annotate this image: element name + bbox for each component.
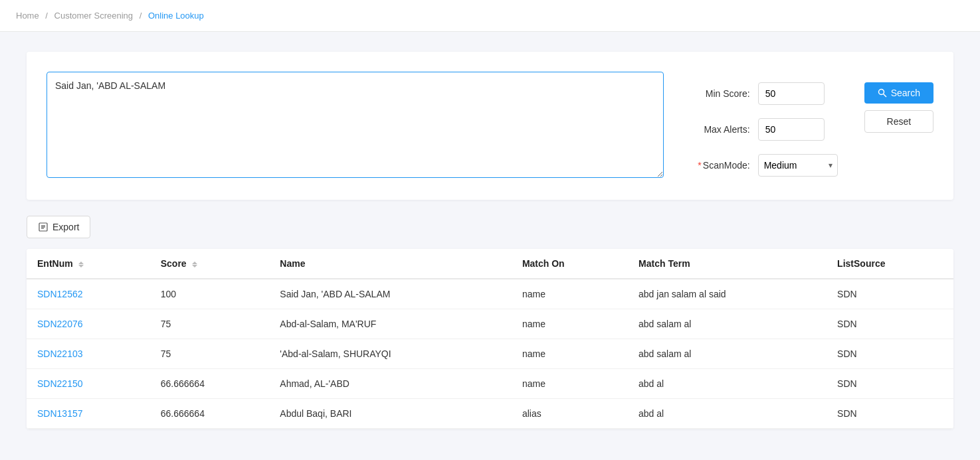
cell-list-source: SDN [827, 399, 953, 429]
cell-name: Abd-al-Salam, MA'RUF [269, 309, 512, 339]
col-score[interactable]: Score [150, 249, 270, 279]
cell-match-term: abd al [628, 399, 827, 429]
cell-list-source: SDN [827, 309, 953, 339]
col-match-term: Match Term [628, 249, 827, 279]
ent-num-link[interactable]: SDN22150 [37, 378, 83, 389]
cell-score: 75 [150, 309, 270, 339]
breadcrumb-customer-screening[interactable]: Customer Screening [54, 11, 134, 21]
ent-num-link[interactable]: SDN22076 [37, 319, 83, 329]
scan-mode-label: *ScanMode: [690, 160, 750, 171]
table-row: SDN22103 75 'Abd-al-Salam, SHURAYQI name… [27, 339, 953, 369]
ent-num-link[interactable]: SDN22103 [37, 348, 83, 359]
min-score-row: Min Score: [690, 82, 838, 105]
cell-name: Abdul Baqi, BARI [269, 399, 512, 429]
cell-list-source: SDN [827, 339, 953, 369]
table-row: SDN12562 100 Said Jan, 'ABD AL-SALAM nam… [27, 279, 953, 309]
min-score-input[interactable] [758, 82, 825, 105]
cell-name: Ahmad, AL-'ABD [269, 369, 512, 399]
search-icon [878, 88, 887, 98]
cell-name: 'Abd-al-Salam, SHURAYQI [269, 339, 512, 369]
cell-match-on: name [512, 309, 628, 339]
score-sort-icon [192, 262, 197, 268]
breadcrumb-current: Online Lookup [148, 11, 204, 21]
action-buttons: Search Reset [864, 82, 933, 133]
main-content: Said Jan, 'ABD AL-SALAM Min Score: Max A… [0, 32, 980, 449]
cell-ent-num[interactable]: SDN22150 [27, 369, 150, 399]
min-score-label: Min Score: [690, 88, 750, 99]
cell-match-on: name [512, 279, 628, 309]
scan-mode-select[interactable]: Low Medium High [758, 154, 838, 177]
col-list-source: ListSource [827, 249, 953, 279]
table-body: SDN12562 100 Said Jan, 'ABD AL-SALAM nam… [27, 279, 953, 429]
breadcrumb: Home / Customer Screening / Online Looku… [0, 0, 980, 32]
search-section: Said Jan, 'ABD AL-SALAM Min Score: Max A… [27, 52, 953, 200]
cell-match-on: name [512, 339, 628, 369]
cell-match-term: abd salam al [628, 339, 827, 369]
col-ent-num[interactable]: EntNum [27, 249, 150, 279]
table-header: EntNum Score Name Match On Match Term [27, 249, 953, 279]
scan-mode-select-wrapper: Low Medium High [758, 154, 838, 177]
text-input-area: Said Jan, 'ABD AL-SALAM [47, 72, 664, 180]
max-alerts-input[interactable] [758, 118, 825, 141]
cell-match-term: abd salam al [628, 309, 827, 339]
col-name: Name [269, 249, 512, 279]
cell-match-term: abd al [628, 369, 827, 399]
export-button[interactable]: Export [27, 216, 90, 238]
cell-match-on: alias [512, 399, 628, 429]
cell-score: 66.666664 [150, 369, 270, 399]
table-header-row: EntNum Score Name Match On Match Term [27, 249, 953, 279]
cell-score: 66.666664 [150, 399, 270, 429]
cell-score: 100 [150, 279, 270, 309]
search-button[interactable]: Search [864, 82, 933, 104]
cell-ent-num[interactable]: SDN12562 [27, 279, 150, 309]
export-icon [38, 222, 49, 232]
cell-list-source: SDN [827, 279, 953, 309]
controls-area: Min Score: Max Alerts: *ScanMode: [690, 72, 933, 180]
toolbar: Export [27, 216, 953, 238]
controls-top: Min Score: Max Alerts: *ScanMode: [690, 82, 933, 177]
max-alerts-label: Max Alerts: [690, 124, 750, 135]
breadcrumb-home[interactable]: Home [16, 11, 39, 21]
ent-num-sort-icon [78, 262, 84, 268]
required-star: * [698, 160, 701, 171]
cell-list-source: SDN [827, 369, 953, 399]
scan-mode-row: *ScanMode: Low Medium High [690, 154, 838, 177]
table-row: SDN22076 75 Abd-al-Salam, MA'RUF name ab… [27, 309, 953, 339]
table-row: SDN22150 66.666664 Ahmad, AL-'ABD name a… [27, 369, 953, 399]
table-row: SDN13157 66.666664 Abdul Baqi, BARI alia… [27, 399, 953, 429]
cell-match-term: abd jan salam al said [628, 279, 827, 309]
cell-ent-num[interactable]: SDN22103 [27, 339, 150, 369]
search-textarea[interactable]: Said Jan, 'ABD AL-SALAM [47, 72, 664, 178]
cell-ent-num[interactable]: SDN22076 [27, 309, 150, 339]
cell-ent-num[interactable]: SDN13157 [27, 399, 150, 429]
cell-name: Said Jan, 'ABD AL-SALAM [269, 279, 512, 309]
reset-button[interactable]: Reset [864, 110, 933, 133]
controls-right: Min Score: Max Alerts: *ScanMode: [690, 82, 838, 177]
ent-num-link[interactable]: SDN13157 [37, 408, 83, 419]
svg-line-1 [883, 94, 886, 97]
col-match-on: Match On [512, 249, 628, 279]
cell-match-on: name [512, 369, 628, 399]
max-alerts-row: Max Alerts: [690, 118, 838, 141]
results-table: EntNum Score Name Match On Match Term [27, 249, 953, 429]
svg-point-0 [878, 89, 884, 94]
cell-score: 75 [150, 339, 270, 369]
ent-num-link[interactable]: SDN12562 [37, 289, 83, 299]
